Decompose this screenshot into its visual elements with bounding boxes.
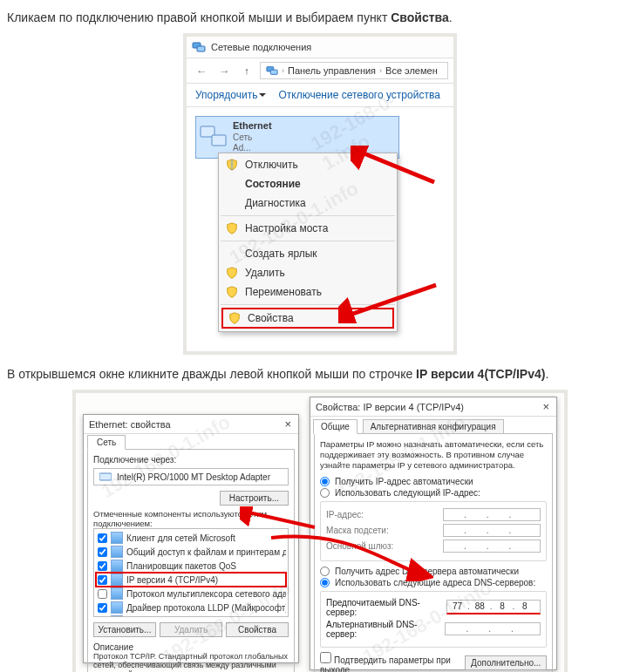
- text: Кликаем по подключению правой кнопкой мы…: [7, 10, 391, 24]
- list-item[interactable]: Драйвер протокола LLDP (Майкрософт): [96, 601, 286, 614]
- window-title-bar: Сетевые подключения: [187, 37, 453, 58]
- list-item[interactable]: IP версии 6 (TCP/IPv6): [96, 614, 286, 617]
- radio-use-ip[interactable]: Использовать следующий IP-адрес:: [320, 487, 547, 499]
- toolbar: Упорядочить Отключение сетевого устройст…: [187, 84, 453, 107]
- window-body: Ethernet Сеть Ad... Отключить Состояние …: [187, 107, 453, 351]
- shield-icon: [226, 286, 238, 298]
- menu-item-status[interactable]: Состояние: [219, 174, 397, 193]
- adapter-selector[interactable]: Intel(R) PRO/1000 MT Desktop Adapter: [93, 468, 289, 485]
- instruction-2: В открывшемся окне кликните дважды левой…: [7, 367, 633, 381]
- screenshot-properties-dialogs: Ethernet: свойства × Сеть Подключение че…: [72, 390, 568, 672]
- description-label: Описание: [93, 642, 289, 652]
- alternate-dns-field[interactable]: ...: [445, 622, 541, 635]
- components-list[interactable]: Клиент для сетей Microsoft Общий доступ …: [93, 528, 289, 617]
- organize-menu[interactable]: Упорядочить: [195, 89, 266, 101]
- dns-octet[interactable]: [514, 623, 534, 635]
- shield-icon: [226, 222, 238, 234]
- gateway-field: ...: [443, 540, 541, 553]
- context-menu: Отключить Состояние Диагностика Настройк…: [218, 153, 398, 332]
- shield-icon: [226, 159, 238, 171]
- shield-icon: [226, 267, 238, 279]
- component-icon: [111, 546, 123, 558]
- label-connect-via: Подключение через:: [93, 455, 289, 465]
- window-title: Сетевые подключения: [211, 42, 311, 52]
- list-item[interactable]: Протокол мультиплексора сетевого адаптер…: [96, 587, 286, 601]
- component-icon: [111, 601, 123, 614]
- network-icon: [266, 64, 278, 77]
- instruction-1: Кликаем по подключению правой кнопкой мы…: [7, 10, 633, 24]
- menu-item-rename[interactable]: Переименовать: [219, 282, 397, 302]
- nav-up-button[interactable]: ↑: [237, 61, 256, 80]
- component-icon: [111, 532, 123, 544]
- nic-icon: [99, 472, 112, 482]
- preferred-dns-field[interactable]: . . .: [446, 600, 541, 614]
- radio-auto-dns[interactable]: Получить адрес DNS-сервера автоматически: [320, 566, 547, 577]
- ip-description: Параметры IP можно назначать автоматичес…: [320, 439, 547, 471]
- menu-item-bridge[interactable]: Настройка моста: [219, 219, 397, 238]
- close-button[interactable]: ×: [541, 400, 551, 413]
- list-item-ipv4[interactable]: IP версии 4 (TCP/IPv4): [96, 573, 286, 587]
- dns-octet[interactable]: [468, 623, 488, 635]
- dns-octet[interactable]: [446, 623, 466, 635]
- dialog-title-bar: Ethernet: свойства ×: [84, 415, 298, 434]
- breadcrumb[interactable]: › Панель управления › Все элемен: [260, 62, 448, 79]
- adapter-sub1: Сеть: [233, 132, 272, 144]
- ip-address-field: ...: [443, 508, 541, 521]
- radio-auto-ip[interactable]: Получить IP-адрес автоматически: [320, 476, 547, 487]
- components-label: Отмеченные компоненты используются этим …: [93, 509, 289, 528]
- close-button[interactable]: ×: [283, 417, 293, 431]
- menu-item-diagnostics[interactable]: Диагностика: [219, 193, 397, 213]
- chevron-down-icon: [259, 93, 266, 100]
- list-item[interactable]: Планировщик пакетов QoS: [96, 559, 286, 573]
- nav-back-button[interactable]: ←: [192, 61, 211, 80]
- validate-checkbox[interactable]: Подтвердить параметры при выходе: [320, 652, 465, 672]
- description-text: Протокол TCP/IP. Стандартный протокол гл…: [93, 652, 289, 672]
- shield-icon: [228, 312, 241, 324]
- menu-item-shortcut[interactable]: Создать ярлык: [219, 244, 397, 263]
- bold: Свойства: [391, 10, 449, 24]
- menu-item-properties[interactable]: Свойства: [221, 308, 394, 329]
- list-item[interactable]: Общий доступ к файлам и принтерам для се…: [96, 545, 286, 559]
- advanced-button[interactable]: Дополнительно...: [465, 655, 547, 670]
- component-icon: [111, 560, 123, 572]
- svg-rect-8: [99, 473, 112, 480]
- dns-octet[interactable]: [491, 623, 511, 635]
- dialog-ethernet-properties: Ethernet: свойства × Сеть Подключение че…: [83, 414, 299, 663]
- component-icon: [111, 615, 123, 617]
- disable-device-button[interactable]: Отключение сетевого устройства: [278, 89, 439, 101]
- component-icon: [111, 587, 123, 600]
- subnet-mask-field: ...: [443, 524, 541, 537]
- radio-use-dns[interactable]: Использовать следующие адреса DNS-сервер…: [320, 577, 547, 588]
- menu-item-disable[interactable]: Отключить: [219, 155, 397, 174]
- dns-octet[interactable]: [493, 601, 513, 612]
- dns-octet[interactable]: [447, 601, 467, 612]
- dns-octet[interactable]: [470, 601, 490, 612]
- svg-rect-3: [270, 70, 277, 74]
- dns-octet[interactable]: [514, 601, 534, 612]
- network-icon: [192, 40, 206, 54]
- remove-button[interactable]: Удалить: [160, 622, 222, 637]
- svg-rect-1: [197, 46, 205, 51]
- tab-general[interactable]: Общие: [313, 419, 357, 434]
- component-icon: [111, 574, 123, 586]
- dialog-title-bar: Свойства: IP версии 4 (TCP/IPv4) ×: [310, 397, 556, 417]
- tab-alt-config[interactable]: Альтернативная конфигурация: [363, 419, 504, 434]
- monitor-icon: [200, 125, 228, 149]
- configure-button[interactable]: Настроить...: [220, 491, 289, 506]
- adapter-name: Ethernet: [233, 120, 272, 132]
- nav-forward-button[interactable]: →: [214, 61, 234, 80]
- dialog-ipv4-properties: Свойства: IP версии 4 (TCP/IPv4) × Общие…: [310, 397, 557, 670]
- install-button[interactable]: Установить...: [93, 622, 156, 637]
- properties-button[interactable]: Свойства: [226, 622, 289, 637]
- tab-network[interactable]: Сеть: [87, 435, 126, 450]
- nav-bar: ← → ↑ › Панель управления › Все элемен: [187, 58, 453, 84]
- screenshot-network-connections: Сетевые подключения ← → ↑ › Панель управ…: [183, 33, 457, 355]
- list-item[interactable]: Клиент для сетей Microsoft: [96, 531, 286, 545]
- svg-rect-5: [212, 135, 226, 146]
- menu-item-delete[interactable]: Удалить: [219, 263, 397, 282]
